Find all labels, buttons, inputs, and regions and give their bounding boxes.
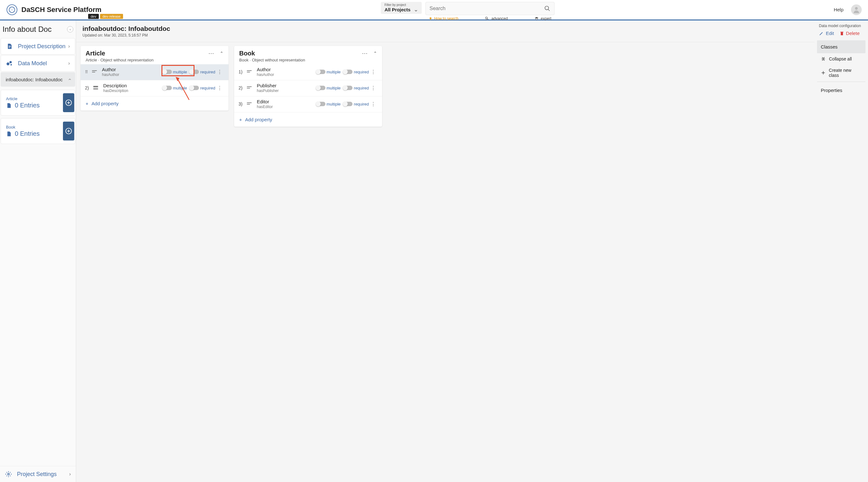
class-subtitle: Article · Object without representation xyxy=(86,58,154,62)
property-label: Author xyxy=(257,67,316,72)
toggle-switch-icon xyxy=(316,102,326,106)
required-toggle[interactable]: required xyxy=(189,69,215,74)
search-box xyxy=(426,2,555,15)
chevron-right-icon: › xyxy=(69,471,71,477)
delete-button[interactable]: Delete xyxy=(840,31,860,36)
class-subtitle: Book · Object without representation xyxy=(239,58,305,62)
required-toggle[interactable]: required xyxy=(189,86,215,90)
sidebar-title-row: Info about Doc ‹ xyxy=(0,21,76,38)
card-menu-button[interactable]: ⋯ xyxy=(362,50,368,57)
edit-button[interactable]: Edit xyxy=(819,31,834,36)
sidebar-item-label: Project Description xyxy=(18,43,65,50)
svg-line-2 xyxy=(548,9,550,11)
svg-point-12 xyxy=(7,62,9,65)
drag-handle-icon[interactable]: ⠿ xyxy=(85,69,91,74)
property-menu-button[interactable]: ⋮ xyxy=(369,85,378,91)
svg-rect-24 xyxy=(93,86,98,87)
property-menu-button[interactable]: ⋮ xyxy=(215,69,224,75)
svg-point-3 xyxy=(430,17,432,19)
ontology-name: infoaboutdoc: Infoaboutdoc xyxy=(6,77,63,82)
search-icon[interactable] xyxy=(544,5,551,12)
collapse-icon xyxy=(821,56,826,61)
create-new-class-button[interactable]: Create new class xyxy=(817,64,866,81)
how-to-search-link[interactable]: How to search xyxy=(429,17,459,21)
sidebar-ontology-selected[interactable]: infoaboutdoc: Infoaboutdoc › xyxy=(1,72,75,87)
class-title: Book xyxy=(239,50,305,57)
property-menu-button[interactable]: ⋮ xyxy=(369,69,378,75)
text-property-icon xyxy=(246,68,253,76)
sidebar-collapse-button[interactable]: ‹ xyxy=(67,26,73,32)
badge-release: dev-release xyxy=(100,14,123,19)
property-label: Editor xyxy=(257,99,316,104)
properties-section-header[interactable]: Properties xyxy=(817,84,866,97)
expert-icon xyxy=(534,17,539,21)
main-area: infoaboutdoc: Infoaboutdoc Updated on: M… xyxy=(76,21,868,482)
property-tech-name: hasDescription xyxy=(103,88,162,93)
chevron-down-icon: ⌄ xyxy=(414,7,418,12)
multiple-toggle[interactable]: multiple xyxy=(162,69,187,74)
add-property-button[interactable]: + Add property xyxy=(234,112,382,126)
user-avatar[interactable] xyxy=(851,4,862,15)
svg-rect-4 xyxy=(430,19,431,20)
svg-rect-10 xyxy=(9,47,11,47)
card-header: Article Article · Object without represe… xyxy=(81,46,228,64)
multiple-toggle[interactable]: multiple xyxy=(316,69,341,74)
svg-rect-35 xyxy=(841,32,843,35)
property-row-publisher[interactable]: 2) Publisher hasPublisher multiple xyxy=(234,80,382,96)
chevron-up-icon: › xyxy=(66,79,72,80)
project-filter-dropdown[interactable]: Filter by project All Projects ⌄ xyxy=(381,2,422,14)
property-menu-button[interactable]: ⋮ xyxy=(369,101,378,107)
sidebar-item-project-description[interactable]: Project Description › xyxy=(1,38,75,55)
search-area: How to search advanced expert xyxy=(426,2,555,21)
expert-search-link[interactable]: expert xyxy=(534,17,551,21)
entry-card-article[interactable]: Article 0 Entries xyxy=(1,90,75,116)
multiple-toggle[interactable]: multiple xyxy=(316,102,341,107)
toggle-switch-icon xyxy=(189,69,199,74)
classes-section-header: Classes xyxy=(817,40,866,53)
svg-line-6 xyxy=(487,19,489,20)
class-title: Article xyxy=(86,50,154,57)
property-row-description[interactable]: 2) Description hasDescription multiple xyxy=(81,80,228,96)
advanced-search-link[interactable]: advanced xyxy=(485,17,508,21)
entry-card-book[interactable]: Book 0 Entries xyxy=(1,118,75,144)
property-index: 2) xyxy=(239,85,246,90)
entry-class-label: Article xyxy=(6,96,40,101)
card-collapse-button[interactable]: ⌄ xyxy=(373,51,377,56)
multiple-toggle[interactable]: multiple xyxy=(162,86,187,90)
dasch-logo-icon xyxy=(6,4,18,16)
sidebar-item-project-settings[interactable]: Project Settings › xyxy=(0,466,76,482)
svg-point-13 xyxy=(9,61,12,63)
user-icon xyxy=(852,6,861,14)
property-row-author[interactable]: 1) Author hasAuthor multiple xyxy=(234,64,382,80)
required-toggle[interactable]: required xyxy=(343,69,369,74)
add-property-button[interactable]: + Add property xyxy=(81,96,228,111)
property-index: 1) xyxy=(239,69,246,74)
add-entry-button[interactable] xyxy=(63,93,74,112)
richtext-property-icon xyxy=(92,84,99,92)
document-icon xyxy=(6,43,13,50)
lightbulb-icon xyxy=(429,17,432,21)
property-row-author[interactable]: ⠿ Author hasAuthor multiple xyxy=(81,64,228,80)
sidebar-project-title: Info about Doc xyxy=(2,25,52,34)
toggle-switch-icon xyxy=(162,86,172,90)
required-toggle[interactable]: required xyxy=(343,86,369,90)
property-tech-name: hasAuthor xyxy=(257,73,316,77)
toggle-switch-icon xyxy=(343,69,352,74)
sidebar-item-data-model[interactable]: Data Model › xyxy=(1,55,75,72)
required-toggle[interactable]: required xyxy=(343,102,369,107)
search-input[interactable] xyxy=(430,6,544,11)
plus-icon: + xyxy=(86,101,88,106)
property-menu-button[interactable]: ⋮ xyxy=(215,85,224,91)
header-right: Help xyxy=(834,4,862,15)
multiple-toggle[interactable]: multiple xyxy=(316,86,341,90)
property-label: Description xyxy=(103,83,162,88)
collapse-all-button[interactable]: Collapse all xyxy=(817,53,866,64)
property-row-editor[interactable]: 3) Editor hasEditor multiple xyxy=(234,96,382,112)
card-menu-button[interactable]: ⋯ xyxy=(208,50,214,57)
help-link[interactable]: Help xyxy=(834,7,843,12)
toggle-switch-icon xyxy=(316,86,326,90)
file-icon xyxy=(6,103,12,109)
card-collapse-button[interactable]: ⌄ xyxy=(220,51,223,56)
add-entry-button[interactable] xyxy=(63,122,74,141)
class-card-article: Article Article · Object without represe… xyxy=(81,46,228,111)
